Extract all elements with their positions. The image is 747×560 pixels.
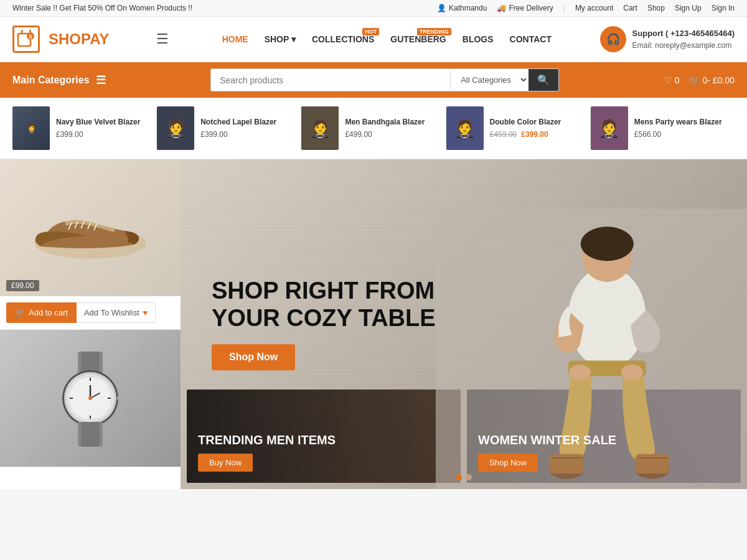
signin-link[interactable]: Sign In <box>712 4 735 12</box>
support-text: Support ( +123-465465464) Email: noreply… <box>632 27 735 51</box>
hero-dot-1[interactable] <box>456 474 462 480</box>
heart-wishlist-icon: ♥ <box>143 308 148 317</box>
shoe-price-overlay: £99.00 <box>6 280 39 291</box>
shop-link[interactable]: Shop <box>647 4 665 12</box>
strip-item-3[interactable]: 🤵 Men Bandhgala Blazer £499.00 <box>301 104 446 152</box>
hot-badge: HOT <box>362 28 379 35</box>
cart-bag-icon: 🛒 <box>689 75 700 85</box>
strip-info-2: Notched Lapel Blazer £399.00 <box>200 118 289 139</box>
categories-label: Main Categories <box>12 75 90 86</box>
nav-blogs[interactable]: BLOGS <box>456 30 500 48</box>
hero-title: SHOP RIGHT FROM YOUR COZY TABLE <box>212 278 473 332</box>
nav-contact[interactable]: CONTACT <box>504 30 558 48</box>
cart-link[interactable]: Cart <box>623 4 637 12</box>
strip-info-5: Mens Party wears Blazer £566.00 <box>634 118 723 139</box>
strip-img-3: 🤵 <box>301 106 339 150</box>
hero-banner: SHOP RIGHT FROM YOUR COZY TABLE Shop Now <box>181 159 747 489</box>
buy-now-button[interactable]: Buy Now <box>198 454 253 472</box>
heart-icon: ♡ <box>664 75 672 85</box>
hero-dot-2[interactable] <box>466 474 472 480</box>
logo-icon: S <box>12 26 40 53</box>
svg-point-37 <box>621 365 642 380</box>
cart-icon: 🛒 <box>15 308 25 317</box>
women-winter-title: WOMEN WINTER SALE <box>478 432 730 447</box>
svg-point-21 <box>88 396 92 400</box>
search-form: All Categories Blazers Shoes Watches Wom… <box>210 68 559 91</box>
add-to-cart-button[interactable]: 🛒 Add to cart <box>6 302 77 323</box>
search-bar: Main Categories ☰ All Categories Blazers… <box>0 62 747 98</box>
trending-badge: TRENDING <box>417 28 451 35</box>
signup-link[interactable]: Sign Up <box>675 4 702 12</box>
strip-info-4: Double Color Blazer £459.00 £399.00 <box>490 118 579 139</box>
promo-text: Winter Sale !! Get Flat 50% Off On Women… <box>12 4 192 12</box>
truck-icon: 🚚 <box>497 4 506 12</box>
category-menu-icon[interactable]: ☰ <box>96 73 106 87</box>
main-content: £99.00 🛒 Add to cart Add To Wishlist ♥ <box>0 159 747 489</box>
my-account-link[interactable]: My account <box>575 4 613 12</box>
strip-img-5: 🤵 <box>591 106 628 150</box>
svg-rect-24 <box>81 422 100 447</box>
support-icon: 🎧 <box>600 26 626 52</box>
nav-home[interactable]: HOME <box>216 30 255 48</box>
svg-point-26 <box>568 267 646 368</box>
svg-rect-22 <box>117 396 122 400</box>
svg-point-28 <box>580 226 633 261</box>
shoe-product-image: £99.00 <box>0 159 181 296</box>
logo-text[interactable]: SHOPAY <box>49 30 109 48</box>
main-nav: HOME SHOP ▾ COLLECTIONS HOT GUTENBERG TR… <box>216 30 558 48</box>
hero-text-content: SHOP RIGHT FROM YOUR COZY TABLE Shop Now <box>212 278 473 370</box>
location-info: 👤 Kathmandu <box>437 4 487 12</box>
support-section: 🎧 Support ( +123-465465464) Email: norep… <box>600 26 735 52</box>
search-input[interactable] <box>211 69 450 91</box>
top-bar: Winter Sale !! Get Flat 50% Off On Women… <box>0 0 747 17</box>
strip-img-2: 🤵 <box>157 106 194 150</box>
watch-product-image <box>0 330 181 467</box>
nav-collections[interactable]: COLLECTIONS HOT <box>306 30 380 48</box>
nav-shop[interactable]: SHOP ▾ <box>258 30 302 48</box>
cart-wishlist: ♡ 0 🛒 0- £0.00 <box>664 75 735 85</box>
shop-now-button[interactable]: Shop Now <box>212 345 295 371</box>
strip-item-5[interactable]: 🤵 Mens Party wears Blazer £566.00 <box>591 104 735 152</box>
main-categories: Main Categories ☰ <box>12 73 106 87</box>
strip-item-1[interactable]: 🤵 Navy Blue Velvet Blazer £399.00 <box>12 104 157 152</box>
cart-icon-btn[interactable]: 🛒 0- £0.00 <box>689 75 735 85</box>
watch-product-card[interactable] <box>0 330 181 467</box>
strip-item-2[interactable]: 🤵 Notched Lapel Blazer £399.00 <box>157 104 301 152</box>
left-products: £99.00 🛒 Add to cart Add To Wishlist ♥ <box>0 159 181 489</box>
delivery-info: 🚚 Free Delivery <box>497 4 553 12</box>
add-to-wishlist-button[interactable]: Add To Wishlist ♥ <box>77 302 156 323</box>
strip-img-1: 🤵 <box>12 106 50 150</box>
strip-item-4[interactable]: 🤵 Double Color Blazer £459.00 £399.00 <box>446 104 591 152</box>
header: S SHOPAY ☰ HOME SHOP ▾ COLLECTIONS HOT G… <box>0 17 747 62</box>
svg-text:S: S <box>29 34 32 40</box>
nav-gutenberg[interactable]: GUTENBERG TRENDING <box>384 30 452 48</box>
strip-img-4: 🤵 <box>446 106 484 150</box>
shoe-product-actions: 🛒 Add to cart Add To Wishlist ♥ <box>0 296 181 329</box>
search-button[interactable]: 🔍 <box>529 69 558 91</box>
product-strip: 🤵 Navy Blue Velvet Blazer £399.00 🤵 Notc… <box>0 98 747 159</box>
wishlist-icon[interactable]: ♡ 0 <box>664 75 680 85</box>
strip-info-1: Navy Blue Velvet Blazer £399.00 <box>56 118 145 139</box>
hamburger-menu[interactable]: ☰ <box>151 29 174 50</box>
strip-info-3: Men Bandhgala Blazer £499.00 <box>345 118 434 139</box>
svg-point-36 <box>568 365 590 380</box>
shop-now-button-2[interactable]: Shop Now <box>478 454 538 472</box>
shoe-product-card: £99.00 🛒 Add to cart Add To Wishlist ♥ <box>0 159 181 330</box>
location-icon: 👤 <box>437 4 446 12</box>
hero-dots <box>456 474 472 480</box>
category-select[interactable]: All Categories Blazers Shoes Watches Wom… <box>450 69 529 91</box>
trending-men-title: TRENDING MEN ITEMS <box>198 432 449 447</box>
